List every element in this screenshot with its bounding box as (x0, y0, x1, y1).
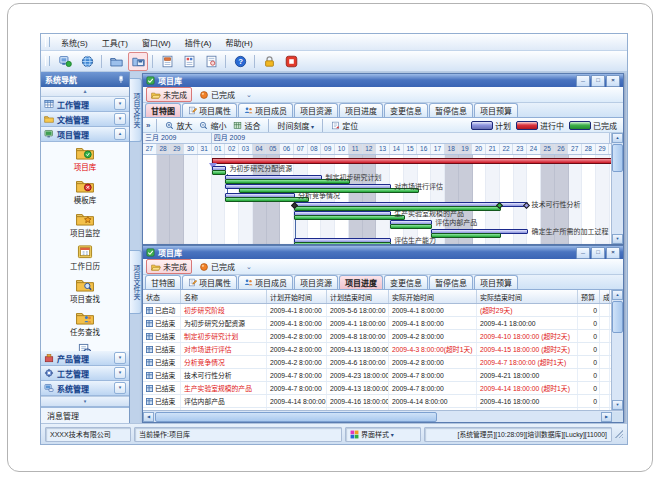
table-horizontal-scrollbar[interactable] (143, 410, 623, 422)
sidebar-item-project-library[interactable]: 项目库 (74, 145, 97, 172)
group-chevron-icon[interactable] (114, 382, 126, 394)
menu-help[interactable]: 帮助(H) (218, 35, 259, 50)
column-header-plan-start[interactable]: 计划开始时间 (267, 290, 327, 303)
table-row[interactable]: 已启动初步研究阶段2009-4-1 8:00:002009-5-6 18:00:… (143, 304, 611, 317)
gantt-window-titlebar[interactable]: 项目库 (143, 74, 623, 87)
group-chevron-icon[interactable] (114, 352, 126, 364)
scroll-down-arrow[interactable] (612, 400, 623, 410)
filter-finished-button[interactable]: 已完成 (194, 87, 240, 102)
sidebar-group-product[interactable]: 产品管理 (41, 351, 129, 366)
filter-finished-button[interactable]: 已完成 (194, 259, 240, 274)
minimize-button[interactable] (576, 247, 590, 259)
tab-change[interactable]: 变更信息 (384, 103, 428, 117)
tab-progress[interactable]: 项目进度 (339, 275, 383, 289)
column-header-actual-end[interactable]: 实际结束时间 (477, 290, 578, 303)
toolbar-button-monitor-sync[interactable] (55, 52, 75, 71)
sidebar-collapse-button[interactable] (41, 87, 129, 97)
column-header-plan-end[interactable]: 计划结束时间 (327, 290, 389, 303)
toolbar-button-globe[interactable] (77, 52, 97, 71)
toolbar-button-help[interactable]: ? (230, 52, 250, 71)
message-management-tab[interactable]: 消息管理 (41, 407, 129, 423)
close-button[interactable] (606, 75, 620, 87)
group-chevron-icon[interactable] (114, 128, 126, 140)
tab-change[interactable]: 变更信息 (384, 275, 428, 289)
tab-progress[interactable]: 项目进度 (339, 103, 383, 117)
gantt-actual-bar[interactable] (431, 233, 501, 238)
filter-overflow-chevron-icon[interactable] (246, 91, 252, 99)
sidebar-item-project-monitor[interactable]: 项目监控 (70, 211, 100, 238)
toolbar-button-lock[interactable] (259, 52, 279, 71)
filter-unfinished-button[interactable]: 未完成 (146, 259, 192, 274)
tab-gantt[interactable]: 甘特图 (145, 103, 181, 117)
tab-budget[interactable]: 项目预算 (474, 103, 518, 117)
tab-properties[interactable]: 项目属性 (182, 275, 237, 289)
scroll-thumb[interactable] (612, 144, 623, 172)
filter-overflow-chevron-icon[interactable] (246, 263, 252, 271)
zoom-out-button[interactable]: 缩小 (197, 120, 228, 131)
sidebar-item-template-library[interactable]: 模板库 (74, 178, 97, 205)
tab-budget[interactable]: 项目预算 (474, 275, 518, 289)
scroll-right-arrow[interactable] (601, 412, 612, 422)
sidebar-item-project-doc-search[interactable]: 项目文档查找 (63, 343, 108, 351)
sidebar-group-document[interactable]: 文档管理 (41, 112, 129, 127)
sidebar-item-project-search[interactable]: 项目查找 (70, 277, 100, 304)
gantt-actual-bar[interactable] (212, 170, 227, 175)
sidebar-group-system-mgmt[interactable]: 系统管理 (41, 381, 129, 396)
toolbar-button-folder-save[interactable] (128, 52, 148, 71)
tab-members[interactable]: 项目成员 (238, 103, 293, 117)
tab-gantt[interactable]: 甘特图 (145, 275, 181, 289)
maximize-button[interactable] (591, 247, 605, 259)
scroll-thumb[interactable] (155, 412, 437, 422)
gantt-actual-bar[interactable] (390, 224, 432, 229)
fit-button[interactable]: 适合 (231, 120, 262, 131)
table-row[interactable]: 已结束制定初步研究计划2009-4-2 8:00:002009-4-8 18:0… (143, 330, 611, 343)
table-row[interactable]: 已结束生产实验室规模的产品2009-4-7 8:00:002009-4-13 1… (143, 382, 611, 395)
sidebar-group-craft[interactable]: 工艺管理 (41, 366, 129, 381)
group-chevron-icon[interactable] (114, 367, 126, 379)
gantt-toolbar-overflow-icon[interactable] (146, 121, 150, 130)
table-row[interactable]: 已结束对市场进行评估2009-4-2 8:00:002009-4-13 18:0… (143, 343, 611, 356)
tab-members[interactable]: 项目成员 (238, 275, 293, 289)
table-row[interactable]: 已结束分析竞争情况2009-4-2 8:00:002009-4-6 18:00:… (143, 356, 611, 369)
toolbar-button-exit[interactable] (281, 52, 301, 71)
column-header-status[interactable]: 状态 (143, 290, 181, 303)
toolbar-button-form-edit[interactable] (179, 52, 199, 71)
column-header-actual-start[interactable]: 实际开始时间 (389, 290, 477, 303)
scroll-thumb[interactable] (612, 301, 623, 333)
gantt-summary-bar[interactable] (212, 158, 611, 164)
gantt-actual-bar[interactable] (294, 242, 391, 244)
project-folders-side-tab-top[interactable]: 项目文件夹 (130, 78, 142, 142)
filter-unfinished-button[interactable]: 未完成 (146, 87, 192, 102)
maximize-button[interactable] (591, 75, 605, 87)
table-row[interactable]: 已结束评估内部产品2009-4-14 8:00:002009-4-16 18:0… (143, 395, 611, 408)
gantt-actual-bar[interactable] (294, 215, 405, 220)
menu-tools[interactable]: 工具(T) (95, 35, 135, 50)
group-chevron-icon[interactable] (114, 98, 126, 110)
gantt-vertical-scrollbar[interactable] (611, 133, 623, 244)
sidebar-group-project[interactable]: 项目管理 (41, 127, 129, 142)
ui-style-button[interactable]: 界面样式 (345, 427, 421, 442)
time-scale-button[interactable]: 时间刻度 (275, 120, 316, 131)
sidebar-group-work[interactable]: 工作管理 (41, 97, 129, 112)
sidebar-item-work-calendar[interactable]: 工作日历 (70, 244, 100, 271)
group-chevron-icon[interactable] (114, 113, 126, 125)
progress-window-titlebar[interactable]: 项目库 (143, 246, 623, 259)
tab-resources[interactable]: 项目资源 (294, 103, 338, 117)
column-header-cost[interactable]: 成 (600, 290, 610, 303)
zoom-in-button[interactable]: 放大 (163, 120, 194, 131)
table-row[interactable]: 已结束为初步研究分配资源2009-4-1 8:00:002009-4-1 18:… (143, 317, 611, 330)
menu-window[interactable]: 窗口(W) (135, 35, 178, 50)
resize-grip[interactable] (615, 430, 623, 438)
toolbar-button-form-view[interactable] (201, 52, 221, 71)
close-button[interactable] (606, 247, 620, 259)
scroll-up-arrow[interactable] (612, 290, 623, 300)
table-vertical-scrollbar[interactable] (611, 290, 623, 410)
tab-properties[interactable]: 项目属性 (182, 103, 237, 117)
locate-button[interactable]: 定位 (329, 120, 360, 131)
menu-system[interactable]: 系统(S) (54, 35, 95, 50)
sidebar-item-task-search[interactable]: 任务查找 (70, 310, 100, 337)
scroll-up-arrow[interactable] (612, 133, 623, 143)
table-row[interactable]: 已结束技术可行性分析2009-4-7 8:00:002009-4-23 18:0… (143, 369, 611, 382)
column-header-budget[interactable]: 预算 (578, 290, 600, 303)
toolbar-button-folder[interactable] (106, 52, 126, 71)
